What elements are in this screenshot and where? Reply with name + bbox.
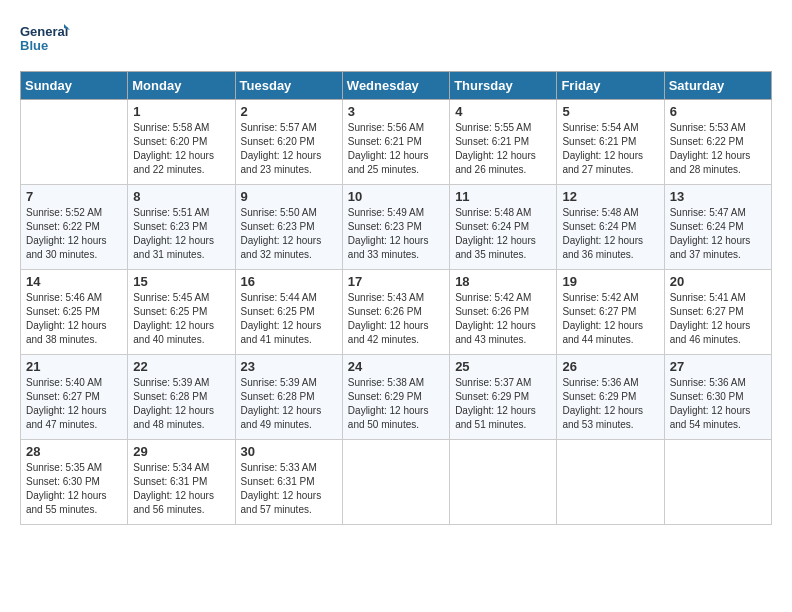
day-cell: 12 Sunrise: 5:48 AM Sunset: 6:24 PM Dayl… xyxy=(557,185,664,270)
day-number: 13 xyxy=(670,189,766,204)
day-info: Sunrise: 5:39 AM Sunset: 6:28 PM Dayligh… xyxy=(241,376,337,432)
day-number: 25 xyxy=(455,359,551,374)
day-number: 20 xyxy=(670,274,766,289)
calendar-header: SundayMondayTuesdayWednesdayThursdayFrid… xyxy=(21,72,772,100)
day-info: Sunrise: 5:37 AM Sunset: 6:29 PM Dayligh… xyxy=(455,376,551,432)
day-info: Sunrise: 5:57 AM Sunset: 6:20 PM Dayligh… xyxy=(241,121,337,177)
day-cell xyxy=(557,440,664,525)
day-cell: 5 Sunrise: 5:54 AM Sunset: 6:21 PM Dayli… xyxy=(557,100,664,185)
day-info: Sunrise: 5:42 AM Sunset: 6:27 PM Dayligh… xyxy=(562,291,658,347)
day-number: 28 xyxy=(26,444,122,459)
day-cell: 10 Sunrise: 5:49 AM Sunset: 6:23 PM Dayl… xyxy=(342,185,449,270)
day-info: Sunrise: 5:44 AM Sunset: 6:25 PM Dayligh… xyxy=(241,291,337,347)
week-row-3: 14 Sunrise: 5:46 AM Sunset: 6:25 PM Dayl… xyxy=(21,270,772,355)
column-header-monday: Monday xyxy=(128,72,235,100)
column-header-friday: Friday xyxy=(557,72,664,100)
day-number: 17 xyxy=(348,274,444,289)
day-cell: 1 Sunrise: 5:58 AM Sunset: 6:20 PM Dayli… xyxy=(128,100,235,185)
day-number: 8 xyxy=(133,189,229,204)
day-info: Sunrise: 5:58 AM Sunset: 6:20 PM Dayligh… xyxy=(133,121,229,177)
day-info: Sunrise: 5:54 AM Sunset: 6:21 PM Dayligh… xyxy=(562,121,658,177)
week-row-1: 1 Sunrise: 5:58 AM Sunset: 6:20 PM Dayli… xyxy=(21,100,772,185)
day-number: 11 xyxy=(455,189,551,204)
day-cell: 15 Sunrise: 5:45 AM Sunset: 6:25 PM Dayl… xyxy=(128,270,235,355)
day-info: Sunrise: 5:34 AM Sunset: 6:31 PM Dayligh… xyxy=(133,461,229,517)
column-header-thursday: Thursday xyxy=(450,72,557,100)
day-number: 16 xyxy=(241,274,337,289)
day-cell: 25 Sunrise: 5:37 AM Sunset: 6:29 PM Dayl… xyxy=(450,355,557,440)
day-number: 6 xyxy=(670,104,766,119)
day-info: Sunrise: 5:52 AM Sunset: 6:22 PM Dayligh… xyxy=(26,206,122,262)
day-cell: 13 Sunrise: 5:47 AM Sunset: 6:24 PM Dayl… xyxy=(664,185,771,270)
day-number: 12 xyxy=(562,189,658,204)
day-cell: 16 Sunrise: 5:44 AM Sunset: 6:25 PM Dayl… xyxy=(235,270,342,355)
day-info: Sunrise: 5:56 AM Sunset: 6:21 PM Dayligh… xyxy=(348,121,444,177)
day-number: 10 xyxy=(348,189,444,204)
week-row-4: 21 Sunrise: 5:40 AM Sunset: 6:27 PM Dayl… xyxy=(21,355,772,440)
day-cell: 18 Sunrise: 5:42 AM Sunset: 6:26 PM Dayl… xyxy=(450,270,557,355)
svg-text:General: General xyxy=(20,24,68,39)
day-info: Sunrise: 5:50 AM Sunset: 6:23 PM Dayligh… xyxy=(241,206,337,262)
column-header-wednesday: Wednesday xyxy=(342,72,449,100)
day-cell: 11 Sunrise: 5:48 AM Sunset: 6:24 PM Dayl… xyxy=(450,185,557,270)
day-number: 9 xyxy=(241,189,337,204)
day-cell: 28 Sunrise: 5:35 AM Sunset: 6:30 PM Dayl… xyxy=(21,440,128,525)
day-cell xyxy=(664,440,771,525)
day-info: Sunrise: 5:36 AM Sunset: 6:30 PM Dayligh… xyxy=(670,376,766,432)
day-cell: 17 Sunrise: 5:43 AM Sunset: 6:26 PM Dayl… xyxy=(342,270,449,355)
day-number: 1 xyxy=(133,104,229,119)
day-info: Sunrise: 5:53 AM Sunset: 6:22 PM Dayligh… xyxy=(670,121,766,177)
day-number: 14 xyxy=(26,274,122,289)
svg-text:Blue: Blue xyxy=(20,38,48,53)
column-header-saturday: Saturday xyxy=(664,72,771,100)
day-number: 15 xyxy=(133,274,229,289)
day-number: 3 xyxy=(348,104,444,119)
day-cell: 2 Sunrise: 5:57 AM Sunset: 6:20 PM Dayli… xyxy=(235,100,342,185)
day-cell: 6 Sunrise: 5:53 AM Sunset: 6:22 PM Dayli… xyxy=(664,100,771,185)
day-info: Sunrise: 5:55 AM Sunset: 6:21 PM Dayligh… xyxy=(455,121,551,177)
day-cell: 24 Sunrise: 5:38 AM Sunset: 6:29 PM Dayl… xyxy=(342,355,449,440)
calendar-body: 1 Sunrise: 5:58 AM Sunset: 6:20 PM Dayli… xyxy=(21,100,772,525)
logo-svg: General Blue xyxy=(20,20,70,58)
day-cell: 21 Sunrise: 5:40 AM Sunset: 6:27 PM Dayl… xyxy=(21,355,128,440)
day-info: Sunrise: 5:48 AM Sunset: 6:24 PM Dayligh… xyxy=(455,206,551,262)
day-info: Sunrise: 5:48 AM Sunset: 6:24 PM Dayligh… xyxy=(562,206,658,262)
day-number: 23 xyxy=(241,359,337,374)
logo: General Blue xyxy=(20,20,70,61)
day-cell: 20 Sunrise: 5:41 AM Sunset: 6:27 PM Dayl… xyxy=(664,270,771,355)
day-cell: 7 Sunrise: 5:52 AM Sunset: 6:22 PM Dayli… xyxy=(21,185,128,270)
day-cell xyxy=(450,440,557,525)
day-cell xyxy=(342,440,449,525)
week-row-2: 7 Sunrise: 5:52 AM Sunset: 6:22 PM Dayli… xyxy=(21,185,772,270)
column-header-tuesday: Tuesday xyxy=(235,72,342,100)
calendar-table: SundayMondayTuesdayWednesdayThursdayFrid… xyxy=(20,71,772,525)
day-cell: 9 Sunrise: 5:50 AM Sunset: 6:23 PM Dayli… xyxy=(235,185,342,270)
day-cell: 8 Sunrise: 5:51 AM Sunset: 6:23 PM Dayli… xyxy=(128,185,235,270)
day-cell: 27 Sunrise: 5:36 AM Sunset: 6:30 PM Dayl… xyxy=(664,355,771,440)
day-info: Sunrise: 5:40 AM Sunset: 6:27 PM Dayligh… xyxy=(26,376,122,432)
day-number: 27 xyxy=(670,359,766,374)
day-info: Sunrise: 5:35 AM Sunset: 6:30 PM Dayligh… xyxy=(26,461,122,517)
day-number: 22 xyxy=(133,359,229,374)
day-number: 21 xyxy=(26,359,122,374)
day-cell: 22 Sunrise: 5:39 AM Sunset: 6:28 PM Dayl… xyxy=(128,355,235,440)
column-header-sunday: Sunday xyxy=(21,72,128,100)
day-number: 2 xyxy=(241,104,337,119)
day-info: Sunrise: 5:33 AM Sunset: 6:31 PM Dayligh… xyxy=(241,461,337,517)
day-number: 7 xyxy=(26,189,122,204)
day-cell: 3 Sunrise: 5:56 AM Sunset: 6:21 PM Dayli… xyxy=(342,100,449,185)
day-number: 29 xyxy=(133,444,229,459)
week-row-5: 28 Sunrise: 5:35 AM Sunset: 6:30 PM Dayl… xyxy=(21,440,772,525)
day-info: Sunrise: 5:42 AM Sunset: 6:26 PM Dayligh… xyxy=(455,291,551,347)
day-cell: 23 Sunrise: 5:39 AM Sunset: 6:28 PM Dayl… xyxy=(235,355,342,440)
day-info: Sunrise: 5:41 AM Sunset: 6:27 PM Dayligh… xyxy=(670,291,766,347)
day-number: 26 xyxy=(562,359,658,374)
day-info: Sunrise: 5:49 AM Sunset: 6:23 PM Dayligh… xyxy=(348,206,444,262)
day-info: Sunrise: 5:43 AM Sunset: 6:26 PM Dayligh… xyxy=(348,291,444,347)
header-row: SundayMondayTuesdayWednesdayThursdayFrid… xyxy=(21,72,772,100)
day-info: Sunrise: 5:39 AM Sunset: 6:28 PM Dayligh… xyxy=(133,376,229,432)
day-cell: 29 Sunrise: 5:34 AM Sunset: 6:31 PM Dayl… xyxy=(128,440,235,525)
day-info: Sunrise: 5:45 AM Sunset: 6:25 PM Dayligh… xyxy=(133,291,229,347)
day-info: Sunrise: 5:47 AM Sunset: 6:24 PM Dayligh… xyxy=(670,206,766,262)
day-cell: 4 Sunrise: 5:55 AM Sunset: 6:21 PM Dayli… xyxy=(450,100,557,185)
